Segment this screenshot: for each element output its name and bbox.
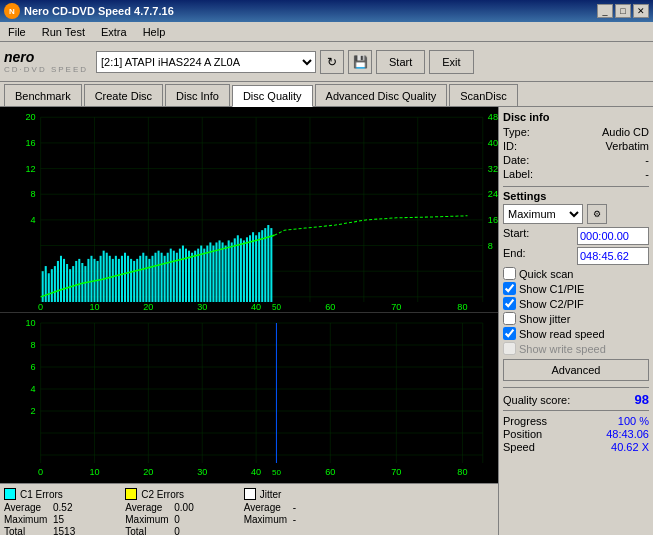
c1-max-val: 15	[53, 514, 64, 525]
end-input[interactable]	[577, 247, 649, 265]
svg-text:8: 8	[30, 340, 35, 350]
show-c2pif-checkbox[interactable]	[503, 297, 516, 310]
disc-info-title: Disc info	[503, 111, 649, 123]
c2-total-label: Total	[125, 526, 170, 535]
start-button[interactable]: Start	[376, 50, 425, 74]
chart-legend: C1 Errors Average 0.52 Maximum 15 Total	[0, 483, 498, 535]
tab-disc-quality[interactable]: Disc Quality	[232, 85, 313, 107]
svg-rect-84	[182, 246, 184, 302]
svg-rect-89	[197, 249, 199, 302]
svg-text:0: 0	[38, 467, 43, 477]
menu-help[interactable]: Help	[139, 25, 170, 39]
svg-rect-110	[261, 230, 263, 302]
svg-text:70: 70	[391, 467, 401, 477]
mode-selector[interactable]: Maximum Fast 8x 4x	[503, 204, 583, 224]
settings-section: Settings Maximum Fast 8x 4x ⚙ Start: End…	[503, 190, 649, 381]
disc-date-label: Date:	[503, 154, 529, 166]
speed-label: Speed	[503, 441, 535, 453]
svg-rect-109	[258, 232, 260, 302]
svg-text:60: 60	[325, 467, 335, 477]
minimize-button[interactable]: _	[597, 4, 613, 18]
svg-rect-97	[222, 242, 224, 302]
quick-scan-checkbox[interactable]	[503, 267, 516, 280]
jitter-color	[244, 488, 256, 500]
position-value: 48:43.06	[606, 428, 649, 440]
jitter-legend: Jitter Average - Maximum -	[244, 488, 296, 525]
menu-runtest[interactable]: Run Test	[38, 25, 89, 39]
c1-total-val: 1513	[53, 526, 75, 535]
tab-disc-info[interactable]: Disc Info	[165, 84, 230, 106]
progress-label: Progress	[503, 415, 547, 427]
jitter-label: Jitter	[260, 489, 282, 500]
svg-rect-53	[87, 259, 89, 302]
disc-info-section: Disc info Type: Audio CD ID: Verbatim Da…	[503, 111, 649, 180]
right-panel: Disc info Type: Audio CD ID: Verbatim Da…	[498, 107, 653, 535]
start-input[interactable]	[577, 227, 649, 245]
tab-create-disc[interactable]: Create Disc	[84, 84, 163, 106]
svg-rect-69	[136, 259, 138, 302]
svg-rect-94	[212, 246, 214, 302]
tab-advanced-disc-quality[interactable]: Advanced Disc Quality	[315, 84, 448, 106]
svg-rect-107	[252, 232, 254, 302]
svg-rect-92	[206, 246, 208, 302]
svg-text:50: 50	[272, 303, 281, 312]
app-icon: N	[4, 3, 20, 19]
svg-text:10: 10	[89, 467, 99, 477]
start-label: Start:	[503, 227, 529, 245]
svg-text:10: 10	[25, 318, 35, 328]
exit-button[interactable]: Exit	[429, 50, 473, 74]
svg-rect-42	[54, 266, 56, 302]
svg-rect-77	[161, 253, 163, 302]
quality-value: 98	[635, 392, 649, 407]
svg-rect-54	[90, 256, 92, 302]
c2-color	[125, 488, 137, 500]
maximize-button[interactable]: □	[615, 4, 631, 18]
position-label: Position	[503, 428, 542, 440]
save-button[interactable]: 💾	[348, 50, 372, 74]
svg-text:80: 80	[457, 467, 467, 477]
svg-rect-79	[167, 253, 169, 302]
c1-legend: C1 Errors Average 0.52 Maximum 15 Total	[4, 488, 75, 535]
menu-extra[interactable]: Extra	[97, 25, 131, 39]
settings-icon-button[interactable]: ⚙	[587, 204, 607, 224]
svg-rect-39	[45, 266, 47, 302]
tab-bar: Benchmark Create Disc Disc Info Disc Qua…	[0, 82, 653, 106]
show-jitter-row: Show jitter	[503, 312, 649, 325]
svg-rect-50	[78, 259, 80, 302]
progress-section: Progress 100 % Position 48:43.06 Speed 4…	[503, 415, 649, 453]
svg-text:70: 70	[391, 302, 401, 312]
tab-scan-disc[interactable]: ScanDisc	[449, 84, 517, 106]
title-bar: N Nero CD-DVD Speed 4.7.7.16 _ □ ✕	[0, 0, 653, 22]
svg-rect-61	[112, 259, 114, 302]
svg-rect-108	[255, 235, 257, 302]
svg-text:8: 8	[30, 189, 35, 199]
c1-label: C1 Errors	[20, 489, 63, 500]
svg-text:6: 6	[30, 362, 35, 372]
svg-rect-41	[51, 269, 53, 302]
svg-rect-38	[42, 271, 44, 302]
svg-rect-58	[103, 251, 105, 302]
tab-benchmark[interactable]: Benchmark	[4, 84, 82, 106]
svg-rect-65	[124, 253, 126, 302]
c1-avg-label: Average	[4, 502, 49, 513]
c1-color	[4, 488, 16, 500]
chart-area: 20 16 12 8 4 48 40 32 24 16 8 0 10	[0, 107, 498, 535]
advanced-button[interactable]: Advanced	[503, 359, 649, 381]
c2-avg-val: 0.00	[174, 502, 193, 513]
svg-rect-56	[97, 261, 99, 302]
refresh-button[interactable]: ↻	[320, 50, 344, 74]
svg-rect-98	[225, 246, 227, 302]
drive-selector[interactable]: [2:1] ATAPI iHAS224 A ZL0A	[96, 51, 316, 73]
show-read-speed-checkbox[interactable]	[503, 327, 516, 340]
svg-rect-68	[133, 261, 135, 302]
menu-file[interactable]: File	[4, 25, 30, 39]
show-jitter-checkbox[interactable]	[503, 312, 516, 325]
svg-rect-49	[75, 261, 77, 302]
c2-label: C2 Errors	[141, 489, 184, 500]
close-button[interactable]: ✕	[633, 4, 649, 18]
settings-title: Settings	[503, 190, 649, 202]
show-c1pie-checkbox[interactable]	[503, 282, 516, 295]
svg-text:8: 8	[488, 241, 493, 251]
svg-text:12: 12	[25, 164, 35, 174]
show-write-speed-checkbox[interactable]	[503, 342, 516, 355]
